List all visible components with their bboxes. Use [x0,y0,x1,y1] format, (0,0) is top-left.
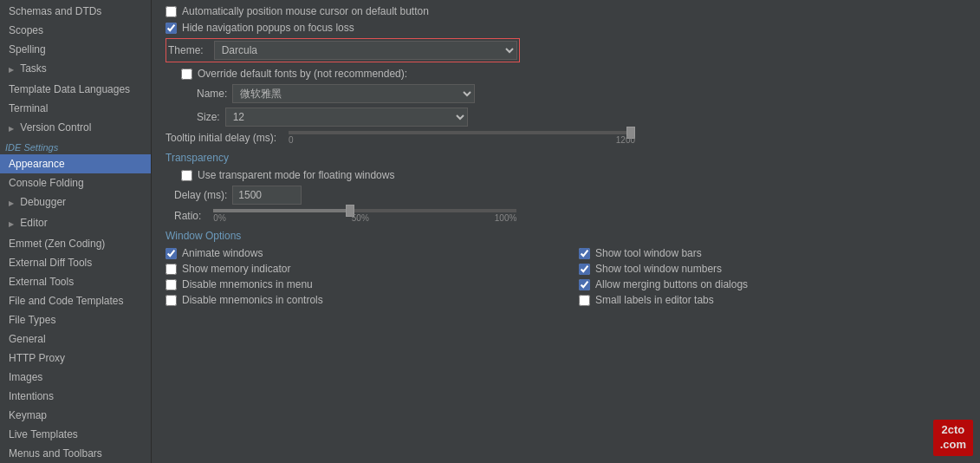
transparency-section-label: Transparency [165,152,966,164]
tooltip-min-label: 0 [289,135,294,145]
animate-windows-label: Animate windows [182,247,263,259]
window-option-allow-merging: Allow merging buttons on dialogs [579,278,966,290]
sidebar-item-console-folding[interactable]: Console Folding [0,173,151,192]
sidebar-item-file-types[interactable]: File Types [0,310,151,329]
auto-position-row: Automatically position mouse cursor on d… [165,5,966,17]
small-labels-label: Small labels in editor tabs [595,294,714,306]
disable-mnemonics-menu-checkbox[interactable] [165,279,177,290]
delay-label: Delay (ms): [174,189,227,201]
small-labels-checkbox[interactable] [579,295,590,306]
ratio-min-label: 0% [213,213,225,223]
sidebar-item-appearance[interactable]: Appearance [0,154,151,173]
disable-mnemonics-controls-checkbox[interactable] [165,295,177,306]
sidebar-item-debugger[interactable]: Debugger [0,192,151,213]
sidebar-item-terminal[interactable]: Terminal [0,99,151,118]
sidebar-item-external-diff[interactable]: External Diff Tools [0,253,151,272]
allow-merging-buttons-label: Allow merging buttons on dialogs [595,278,748,290]
disable-mnemonics-controls-label: Disable mnemonics in controls [182,294,323,306]
ide-settings-label: IDE Settings [0,139,151,154]
watermark: 2cto .com [933,420,973,456]
hide-nav-row: Hide navigation popups on focus loss [165,22,966,34]
sidebar-item-http-proxy[interactable]: HTTP Proxy [0,349,151,368]
name-label: Name: [197,88,227,100]
sidebar-item-editor[interactable]: Editor [0,213,151,234]
sidebar-item-template-data-lang[interactable]: Template Data Languages [0,80,151,99]
ratio-max-label: 100% [495,213,517,223]
transparent-mode-checkbox[interactable] [181,170,192,181]
size-label: Size: [197,111,220,123]
sidebar-item-file-code-templates[interactable]: File and Code Templates [0,291,151,310]
sidebar-item-live-templates[interactable]: Live Templates [0,425,151,444]
ratio-label: Ratio: [174,210,201,222]
show-tool-window-numbers-checkbox[interactable] [579,264,590,275]
sidebar-item-intentions[interactable]: Intentions [0,387,151,406]
ratio-mid-label: 50% [352,213,369,223]
show-memory-indicator-checkbox[interactable] [165,264,177,275]
show-tool-window-bars-label: Show tool window bars [595,247,702,259]
sidebar-item-images[interactable]: Images [0,368,151,387]
window-options-section-label: Window Options [165,230,966,242]
show-memory-indicator-label: Show memory indicator [182,263,290,275]
ratio-slider[interactable] [213,209,516,212]
window-option-small-labels: Small labels in editor tabs [579,294,966,306]
tooltip-delay-label: Tooltip initial delay (ms): [165,132,276,144]
window-option-disable-mnemonics-menu: Disable mnemonics in menu [165,278,553,290]
content-area: Automatically position mouse cursor on d… [152,0,980,463]
override-fonts-label: Override default fonts by (not recommend… [198,68,407,80]
hide-nav-checkbox[interactable] [165,23,177,34]
override-fonts-checkbox[interactable] [181,68,192,80]
theme-label: Theme: [168,44,204,56]
animate-windows-checkbox[interactable] [165,248,177,259]
tooltip-delay-row: Tooltip initial delay (ms): 0 1200 [165,131,966,145]
tooltip-max-label: 1200 [616,135,635,145]
delay-input[interactable] [232,186,302,205]
delay-row: Delay (ms): [174,186,966,205]
sidebar-item-tasks[interactable]: Tasks [0,59,151,80]
transparent-mode-row: Use transparent mode for floating window… [181,169,966,181]
size-row: Size: 12 10 11 14 [197,108,966,127]
sidebar-item-external-tools[interactable]: External Tools [0,272,151,291]
theme-row: Theme: Darcula IntelliJ Windows GTK+ [165,38,966,62]
override-fonts-row: Override default fonts by (not recommend… [181,68,966,80]
window-option-show-numbers: Show tool window numbers [579,263,966,275]
theme-select[interactable]: Darcula IntelliJ Windows GTK+ [214,41,517,60]
show-tool-window-bars-checkbox[interactable] [579,248,590,259]
ratio-row: Ratio: 0% 50% 100% [165,209,966,223]
auto-position-checkbox[interactable] [165,6,177,17]
sidebar-item-version-control[interactable]: Version Control [0,118,151,139]
sidebar-item-general[interactable]: General [0,329,151,349]
size-select[interactable]: 12 10 11 14 [225,108,468,127]
sidebar-item-scopes[interactable]: Scopes [0,21,151,40]
transparent-mode-label: Use transparent mode for floating window… [198,169,394,181]
name-select[interactable]: 微软雅黑 [232,84,475,103]
auto-position-label: Automatically position mouse cursor on d… [182,5,429,17]
show-tool-window-numbers-label: Show tool window numbers [595,263,722,275]
window-options-grid: Animate windows Show tool window bars Sh… [165,247,966,306]
sidebar: Schemas and DTDs Scopes Spelling Tasks T… [0,0,152,463]
hide-nav-label: Hide navigation popups on focus loss [182,22,354,34]
tooltip-delay-slider[interactable] [289,131,635,134]
sidebar-item-emmet[interactable]: Emmet (Zen Coding) [0,234,151,253]
sidebar-item-schemas-dtds[interactable]: Schemas and DTDs [0,2,151,21]
window-option-show-tool-bars: Show tool window bars [579,247,966,259]
sidebar-item-menus-toolbars[interactable]: Menus and Toolbars [0,444,151,463]
window-option-show-memory: Show memory indicator [165,263,553,275]
sidebar-item-keymap[interactable]: Keymap [0,406,151,425]
name-row: Name: 微软雅黑 [197,84,966,103]
theme-select-wrapper: Theme: Darcula IntelliJ Windows GTK+ [165,38,520,62]
disable-mnemonics-menu-label: Disable mnemonics in menu [182,278,313,290]
sidebar-item-spelling[interactable]: Spelling [0,40,151,59]
window-option-animate-windows: Animate windows [165,247,553,259]
window-option-disable-mnemonics-controls: Disable mnemonics in controls [165,294,553,306]
allow-merging-buttons-checkbox[interactable] [579,279,590,290]
